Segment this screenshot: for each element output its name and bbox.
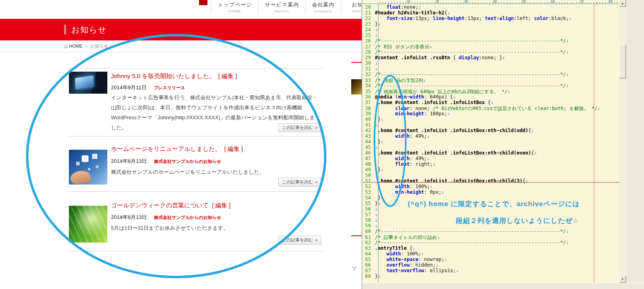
code-line: 40 }↓ <box>363 116 619 122</box>
eol-mark-icon: ↓ <box>531 128 534 133</box>
line-number: 48 <box>363 161 375 167</box>
entry-edit-link[interactable]: [ 編集 ] <box>224 145 243 152</box>
read-more-button[interactable]: この記事を読む» <box>278 178 321 187</box>
code-line: 24↓ <box>363 27 619 32</box>
editor-window: 19↓20 float:none;↓21#header h2#site-titl… <box>362 0 644 289</box>
code-text: min-height: 0px; <box>375 189 441 195</box>
vertical-scrollbar[interactable]: ▲ ▼ <box>619 0 626 283</box>
entry-edit-link[interactable]: [ 編集 ] <box>218 72 237 79</box>
nav-item-2[interactable]: サービス案内Service <box>258 0 305 14</box>
right-margin-line <box>594 0 594 283</box>
code-text: overflow: hidden; <box>375 262 436 268</box>
scroll-down-button[interactable]: ▼ <box>619 276 626 283</box>
entry-category[interactable]: 株式会社サンプルからのお知らせ <box>154 215 221 220</box>
code-line: 27/* RSS ボタンの非表示↓ <box>363 44 619 49</box>
read-more-button[interactable]: この記事を読む» <box>278 123 321 132</box>
eol-mark-icon: ↓ <box>375 212 378 217</box>
line-number: 41 <box>363 122 375 128</box>
line-number: 35 <box>363 89 375 94</box>
line-number: 23 <box>363 21 375 27</box>
entry-thumbnail[interactable] <box>69 72 107 94</box>
code-line: 52 width: 100%;↓ <box>363 184 619 189</box>
ruler-number: 30 <box>464 0 468 4</box>
code-line: 39 min-height: 180px;↓ <box>363 111 619 116</box>
code-line: 53 min-height: 0px;↓ <box>363 189 619 195</box>
eol-mark-icon: ↓ <box>456 268 459 273</box>
read-more-arrow-icon: » <box>315 125 318 130</box>
line-number: 59 <box>363 223 375 229</box>
breadcrumb: ⌂HOME»お知らせ <box>0 40 362 52</box>
code-line: 60/*------------------------------------… <box>363 229 619 234</box>
sidebar-banner-fragment <box>351 79 362 94</box>
read-more-arrow-icon: » <box>315 179 318 184</box>
eol-mark-icon: ↓ <box>566 240 569 245</box>
eol-mark-icon: ↓ <box>375 144 378 150</box>
scrollbar-thumb[interactable] <box>619 45 626 78</box>
line-number: 31 <box>363 66 375 72</box>
entry-thumbnail[interactable] <box>69 206 107 243</box>
eol-mark-icon: ↓ <box>436 262 439 268</box>
code-text: width: 100%; <box>375 251 421 257</box>
current-line-underline <box>363 182 619 183</box>
nav-item-label: サービス案内 <box>259 1 305 8</box>
eol-mark-icon: ↓ <box>375 27 378 32</box>
editor-text-area[interactable]: 19↓20 float:none;↓21#header h2#site-titl… <box>363 0 619 283</box>
entry-title-row: ホームページをリニューアルしました。[ 編集 ] <box>111 145 243 153</box>
code-line: 63.entryTitle {↓ <box>363 245 619 251</box>
code-line: 43 width: 49%;↓ <box>363 133 619 139</box>
code-line: 66 overflow: hidden;↓ <box>363 262 619 268</box>
tweet-button-fragment[interactable]: ツ <box>352 265 356 272</box>
code-text: /* 記事タイトルの切り詰め <box>375 235 437 240</box>
eol-mark-icon: ↓ <box>380 167 383 173</box>
eol-mark-icon: ↓ <box>566 83 569 88</box>
entry-edit-link[interactable]: [ 編集 ] <box>212 202 231 209</box>
code-text: @media (min-width: 640px) { <box>375 94 453 100</box>
entry-title-link[interactable]: ゴールデンウィークの営業について <box>111 202 209 209</box>
ruler-number: 10 <box>406 0 410 4</box>
entry-category[interactable]: プレスリリース <box>154 85 185 90</box>
scroll-up-button[interactable]: ▲ <box>619 0 626 7</box>
code-line: 20 float:none;↓ <box>363 4 619 10</box>
entry-category[interactable]: 株式会社サンプルからのお知らせ <box>154 159 221 164</box>
line-number: 42 <box>363 128 375 133</box>
breadcrumb-home-link[interactable]: HOME <box>69 44 82 48</box>
eol-mark-icon: ↓ <box>423 78 426 83</box>
eol-mark-icon: ↓ <box>427 133 430 139</box>
line-number: 25 <box>363 32 375 38</box>
code-line: 38 clear: none; /* BizVektorの003.cssで設定さ… <box>363 105 619 111</box>
code-line: 34/*------------------------------------… <box>363 83 619 88</box>
line-number: 52 <box>363 184 375 189</box>
eol-mark-icon: ↓ <box>380 195 383 201</box>
code-line: 37 .home #content .infoList .infoListBox… <box>363 100 619 105</box>
nav-item-1[interactable]: トップページHOME <box>211 0 258 14</box>
code-text: #content .infoList .rssBtn { display:non… <box>375 55 502 60</box>
breadcrumb-current: お知らせ <box>91 44 109 48</box>
line-number: 26 <box>363 38 375 44</box>
line-number: 68 <box>363 273 375 279</box>
entry-title-link[interactable]: Johnny 5.0 を販売開始いたしました。 <box>111 72 215 79</box>
code-line: 28/*------------------------------------… <box>363 49 619 55</box>
code-line: 44 }↓ <box>363 139 619 144</box>
line-number: 30 <box>363 60 375 66</box>
eol-mark-icon: ↓ <box>598 106 600 111</box>
page-title-banner: お知らせ <box>0 19 362 40</box>
entry-title-link[interactable]: ホームページをリニューアルしました。 <box>111 145 221 152</box>
line-number: 64 <box>363 251 375 257</box>
line-number: 51 <box>363 178 375 184</box>
eol-mark-icon: ↓ <box>375 173 378 178</box>
line-number: 40 <box>363 116 375 122</box>
entry-meta: 2014年9月11日プレスリリース <box>111 84 185 91</box>
code-line: 26/*------------------------------------… <box>363 38 619 44</box>
read-more-button[interactable]: この記事を読む» <box>278 236 321 245</box>
eol-mark-icon: ↓ <box>375 206 378 212</box>
read-more-arrow-icon: » <box>315 237 318 242</box>
line-number: 53 <box>363 189 375 195</box>
eol-mark-icon: ↓ <box>566 229 569 234</box>
nav-item-3[interactable]: 会社案内Company <box>305 0 341 14</box>
line-number: 47 <box>363 156 375 161</box>
line-number: 62 <box>363 240 375 245</box>
code-text: /* 画面表示領域が 640px 以上の時のみ2段組にする。 */ <box>375 89 507 94</box>
entry-title-row: ゴールデンウィークの営業について[ 編集 ] <box>111 202 231 209</box>
entry-thumbnail[interactable] <box>69 150 107 185</box>
code-text: text-overflow: ellipsis; <box>375 268 456 273</box>
